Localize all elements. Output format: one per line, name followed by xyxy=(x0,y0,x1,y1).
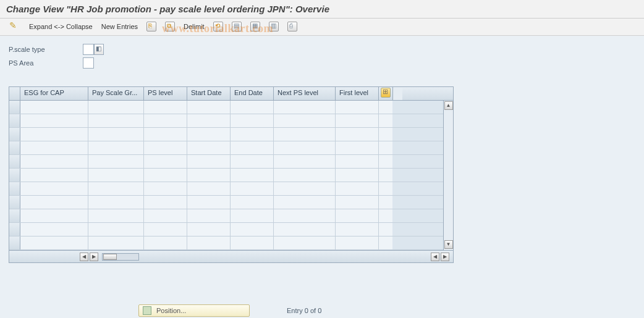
cell[interactable] xyxy=(231,169,274,182)
hscroll-track[interactable] xyxy=(102,253,139,261)
cell[interactable] xyxy=(336,128,379,141)
hscroll-left-icon[interactable]: ◀ xyxy=(80,253,88,261)
cell[interactable] xyxy=(187,209,231,222)
cell[interactable] xyxy=(336,169,379,182)
row-selector[interactable] xyxy=(9,128,20,141)
cell[interactable] xyxy=(144,236,187,249)
cell[interactable] xyxy=(231,209,274,222)
col-header-end-date[interactable]: End Date xyxy=(231,87,274,100)
pscale-type-f4-button[interactable] xyxy=(94,44,104,55)
cell[interactable] xyxy=(379,101,392,114)
cell[interactable] xyxy=(144,141,187,154)
cell[interactable] xyxy=(88,236,144,249)
cell[interactable] xyxy=(88,114,144,127)
cell[interactable] xyxy=(187,182,231,195)
cell[interactable] xyxy=(379,236,392,249)
cell[interactable] xyxy=(88,141,144,154)
col-header-esg[interactable]: ESG for CAP xyxy=(20,87,88,100)
cell[interactable] xyxy=(88,101,144,114)
delimit-button[interactable]: Delimit xyxy=(180,20,208,33)
ps-area-input[interactable] xyxy=(83,57,94,69)
cell[interactable] xyxy=(231,155,274,168)
cell[interactable] xyxy=(20,236,88,249)
cell[interactable] xyxy=(187,196,231,209)
cell[interactable] xyxy=(144,182,187,195)
cell[interactable] xyxy=(336,114,379,127)
cell[interactable] xyxy=(336,223,379,236)
row-selector[interactable] xyxy=(9,101,20,114)
row-selector[interactable] xyxy=(9,223,20,236)
cell[interactable] xyxy=(187,101,231,114)
toggle-button[interactable] xyxy=(6,20,23,33)
vertical-scrollbar[interactable]: ▲ ▼ xyxy=(443,101,453,250)
cell[interactable] xyxy=(379,141,392,154)
cell[interactable] xyxy=(187,223,231,236)
hscroll-left2-icon[interactable]: ◀ xyxy=(431,253,439,261)
cell[interactable] xyxy=(20,101,88,114)
cell[interactable] xyxy=(379,223,392,236)
cell[interactable] xyxy=(20,209,88,222)
cell[interactable] xyxy=(274,141,336,154)
new-entries-button[interactable]: New Entries xyxy=(98,20,141,33)
print-button[interactable] xyxy=(284,20,300,33)
cell[interactable] xyxy=(144,101,187,114)
cell[interactable] xyxy=(20,169,88,182)
cell[interactable] xyxy=(88,209,144,222)
deselect-all-button[interactable] xyxy=(266,20,282,33)
cell[interactable] xyxy=(144,114,187,127)
row-selector[interactable] xyxy=(9,196,20,209)
cell[interactable] xyxy=(88,128,144,141)
cell[interactable] xyxy=(144,128,187,141)
col-header-first-level[interactable]: First level xyxy=(336,87,379,100)
cell[interactable] xyxy=(88,196,144,209)
cell[interactable] xyxy=(144,169,187,182)
cell[interactable] xyxy=(336,101,379,114)
cell[interactable] xyxy=(274,182,336,195)
cell[interactable] xyxy=(20,182,88,195)
hscroll-right2-icon[interactable]: ▶ xyxy=(441,253,449,261)
expand-collapse-button[interactable]: Expand <-> Collapse xyxy=(26,20,96,33)
copy-all-button[interactable] xyxy=(162,20,178,33)
row-selector[interactable] xyxy=(9,114,20,127)
cell[interactable] xyxy=(231,128,274,141)
cell[interactable] xyxy=(274,128,336,141)
cell[interactable] xyxy=(187,141,231,154)
cell[interactable] xyxy=(274,114,336,127)
cell[interactable] xyxy=(379,182,392,195)
cell[interactable] xyxy=(379,169,392,182)
cell[interactable] xyxy=(336,209,379,222)
cell[interactable] xyxy=(144,209,187,222)
cell[interactable] xyxy=(231,223,274,236)
row-selector[interactable] xyxy=(9,169,20,182)
cell[interactable] xyxy=(379,128,392,141)
select-all-button[interactable] xyxy=(229,20,245,33)
cell[interactable] xyxy=(144,196,187,209)
cell[interactable] xyxy=(187,236,231,249)
cell[interactable] xyxy=(231,101,274,114)
scroll-up-icon[interactable]: ▲ xyxy=(444,101,453,110)
cell[interactable] xyxy=(88,223,144,236)
cell[interactable] xyxy=(274,155,336,168)
cell[interactable] xyxy=(336,236,379,249)
cell[interactable] xyxy=(274,169,336,182)
cell[interactable] xyxy=(379,155,392,168)
pscale-type-input[interactable] xyxy=(83,44,94,55)
scroll-down-icon[interactable]: ▼ xyxy=(444,240,453,249)
cell[interactable] xyxy=(274,101,336,114)
hscroll-thumb[interactable] xyxy=(103,254,117,260)
cell[interactable] xyxy=(187,128,231,141)
cell[interactable] xyxy=(231,236,274,249)
cell[interactable] xyxy=(379,114,392,127)
cell[interactable] xyxy=(379,209,392,222)
position-button[interactable]: Position... xyxy=(138,304,250,317)
cell[interactable] xyxy=(187,169,231,182)
row-selector[interactable] xyxy=(9,236,20,249)
cell[interactable] xyxy=(379,196,392,209)
cell[interactable] xyxy=(336,141,379,154)
cell[interactable] xyxy=(144,223,187,236)
cell[interactable] xyxy=(274,223,336,236)
row-selector[interactable] xyxy=(9,182,20,195)
cell[interactable] xyxy=(231,141,274,154)
cell[interactable] xyxy=(336,196,379,209)
cell[interactable] xyxy=(336,155,379,168)
